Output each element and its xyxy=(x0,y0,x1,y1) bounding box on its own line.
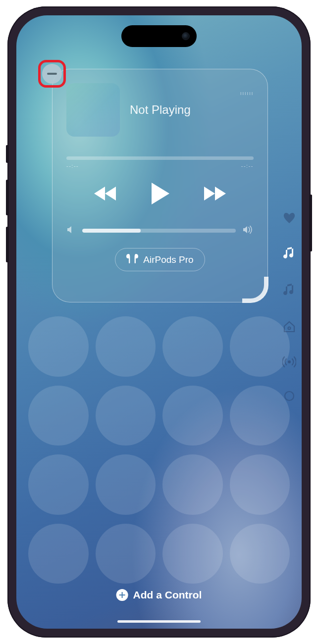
music-note-icon[interactable] xyxy=(283,247,295,263)
front-camera xyxy=(182,32,190,40)
control-slot[interactable] xyxy=(96,386,156,446)
control-slot[interactable] xyxy=(28,524,89,584)
control-slot[interactable] xyxy=(230,524,290,584)
rewind-button[interactable] xyxy=(93,185,119,204)
album-art-placeholder xyxy=(66,83,120,137)
dynamic-island xyxy=(121,25,197,47)
control-slot[interactable] xyxy=(162,524,223,584)
remaining-time: --:-- xyxy=(241,163,254,169)
screen: Not Playing ıııııı --:-- --:-- xyxy=(16,15,302,629)
music-note-alt-icon[interactable] xyxy=(283,284,295,299)
page-indicator-rail xyxy=(279,212,300,403)
control-slot[interactable] xyxy=(96,454,156,515)
svg-point-0 xyxy=(288,327,291,330)
track-title: Not Playing xyxy=(130,103,230,117)
volume-low-icon xyxy=(66,225,75,236)
control-slot[interactable] xyxy=(162,316,223,377)
add-control-label: Add a Control xyxy=(133,589,202,601)
progress-slider[interactable] xyxy=(66,156,254,160)
audio-output-button[interactable]: AirPods Pro xyxy=(115,248,205,271)
svg-point-2 xyxy=(285,392,294,400)
volume-slider[interactable] xyxy=(82,229,236,233)
music-widget[interactable]: Not Playing ıııııı --:-- --:-- xyxy=(52,69,268,302)
plus-circle-icon xyxy=(116,589,128,601)
airpods-icon xyxy=(126,253,138,266)
sound-wave-icon: ıııııı xyxy=(240,90,254,96)
iphone-frame: Not Playing ıııııı --:-- --:-- xyxy=(7,6,311,638)
svg-point-1 xyxy=(288,361,290,363)
resize-handle[interactable] xyxy=(250,284,270,305)
audio-output-label: AirPods Pro xyxy=(143,254,193,265)
empty-page-icon[interactable] xyxy=(284,391,295,403)
elapsed-time: --:-- xyxy=(66,163,79,169)
home-icon[interactable] xyxy=(283,320,296,335)
heart-icon[interactable] xyxy=(283,212,296,226)
play-button[interactable] xyxy=(150,182,170,207)
volume-high-icon xyxy=(243,225,254,236)
minus-icon xyxy=(47,73,57,75)
control-placeholder-grid xyxy=(28,316,290,584)
side-switch xyxy=(6,145,9,163)
power-button xyxy=(309,195,312,251)
remove-widget-button[interactable] xyxy=(42,64,62,84)
control-slot[interactable] xyxy=(28,454,89,515)
control-slot[interactable] xyxy=(162,386,223,446)
volume-up-button xyxy=(6,180,9,215)
control-slot[interactable] xyxy=(230,454,290,515)
connectivity-icon[interactable] xyxy=(282,356,296,370)
forward-button[interactable] xyxy=(201,185,227,204)
control-slot[interactable] xyxy=(28,316,89,377)
control-slot[interactable] xyxy=(162,454,223,515)
control-slot[interactable] xyxy=(96,524,156,584)
control-slot[interactable] xyxy=(96,316,156,377)
control-slot[interactable] xyxy=(28,386,89,446)
volume-down-button xyxy=(6,227,9,262)
home-indicator[interactable] xyxy=(117,620,201,623)
add-control-button[interactable]: Add a Control xyxy=(116,589,202,601)
